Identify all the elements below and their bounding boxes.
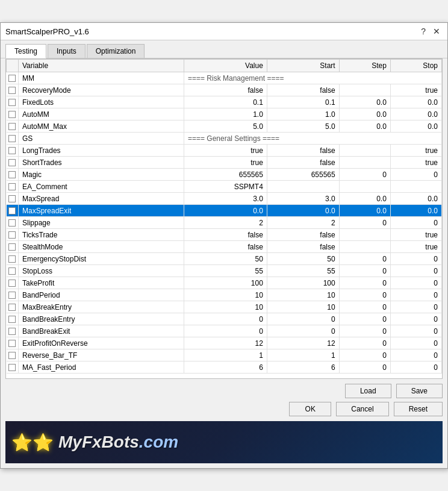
table-row[interactable]: BandPeriod101000 (7, 289, 442, 301)
table-row[interactable]: AutoMM1.01.00.00.0 (7, 108, 442, 120)
row-stop[interactable]: 0 (390, 313, 441, 325)
table-row[interactable]: LongTradestruefalsetrue (7, 145, 442, 157)
row-checkbox-cell[interactable] (7, 313, 19, 325)
checkbox-icon[interactable] (8, 255, 16, 263)
row-value[interactable]: 1.0 (184, 108, 267, 120)
checkbox-icon[interactable] (8, 231, 16, 239)
row-stop[interactable]: true (390, 84, 441, 96)
table-row[interactable]: TicksTradefalsefalsetrue (7, 229, 442, 241)
row-step[interactable] (339, 84, 390, 96)
checkbox-icon[interactable] (8, 280, 16, 287)
row-checkbox-cell[interactable] (7, 169, 19, 181)
checkbox-icon[interactable] (8, 267, 16, 275)
table-row[interactable]: FixedLots0.10.10.00.0 (7, 96, 442, 108)
table-row[interactable]: StopLoss555500 (7, 265, 442, 277)
row-value[interactable]: 0 (184, 313, 267, 325)
row-start[interactable] (267, 181, 339, 193)
row-value[interactable]: 10 (184, 289, 267, 301)
row-checkbox-cell[interactable] (7, 108, 19, 120)
row-value[interactable]: 0.0 (184, 205, 267, 217)
checkbox-icon[interactable] (8, 171, 16, 178)
row-checkbox-cell[interactable] (7, 181, 19, 193)
row-start[interactable]: 0 (267, 313, 339, 325)
row-start[interactable]: 10 (267, 301, 339, 313)
row-step[interactable]: 0.0 (339, 120, 390, 133)
row-stop[interactable]: 0 (390, 325, 441, 337)
row-checkbox-cell[interactable] (7, 120, 19, 133)
row-value[interactable]: 6 (184, 361, 267, 374)
table-row[interactable]: Slippage2200 (7, 217, 442, 229)
checkbox-icon[interactable] (8, 304, 16, 311)
checkbox-icon[interactable] (8, 292, 16, 299)
row-value[interactable]: 5.0 (184, 120, 267, 133)
row-step[interactable]: 0 (339, 289, 390, 301)
checkbox-icon[interactable] (8, 352, 16, 359)
row-checkbox-cell[interactable] (7, 337, 19, 349)
row-stop[interactable]: 0 (390, 217, 441, 229)
row-checkbox-cell[interactable] (7, 145, 19, 157)
row-start[interactable]: 12 (267, 337, 339, 349)
checkbox-icon[interactable] (8, 159, 16, 166)
row-step[interactable]: 0 (339, 169, 390, 181)
table-row[interactable]: MaxSpreadExit0.00.00.00.0 (7, 205, 442, 217)
row-step[interactable] (339, 181, 390, 193)
checkbox-icon[interactable] (8, 87, 16, 94)
row-value[interactable]: 1 (184, 349, 267, 361)
row-stop[interactable]: 0 (390, 361, 441, 374)
checkbox-icon[interactable] (8, 111, 16, 118)
row-start[interactable]: 2 (267, 217, 339, 229)
table-row[interactable]: ExitProfitOnReverse121200 (7, 337, 442, 349)
row-stop[interactable]: 0 (390, 253, 441, 265)
row-value[interactable]: 2 (184, 217, 267, 229)
row-start[interactable]: false (267, 84, 339, 96)
row-value[interactable]: 0 (184, 325, 267, 337)
row-stop[interactable]: 0.0 (390, 193, 441, 205)
table-row[interactable]: Reverse_Bar_TF1100 (7, 349, 442, 361)
reset-button[interactable]: Reset (394, 402, 443, 416)
row-start[interactable]: false (267, 157, 339, 169)
row-checkbox-cell[interactable] (7, 265, 19, 277)
row-step[interactable]: 0.0 (339, 205, 390, 217)
row-checkbox-cell[interactable] (7, 241, 19, 253)
table-row[interactable]: StealthModefalsefalsetrue (7, 241, 442, 253)
row-stop[interactable]: true (390, 241, 441, 253)
row-value[interactable]: ==== General Settings ==== (184, 133, 441, 145)
row-step[interactable]: 0 (339, 277, 390, 289)
row-checkbox-cell[interactable] (7, 133, 19, 145)
row-stop[interactable]: 0.0 (390, 120, 441, 133)
row-step[interactable]: 0 (339, 325, 390, 337)
row-start[interactable]: false (267, 241, 339, 253)
row-value[interactable]: ==== Risk Management ==== (184, 72, 441, 84)
row-checkbox-cell[interactable] (7, 325, 19, 337)
tab-optimization[interactable]: Optimization (87, 44, 145, 58)
row-checkbox-cell[interactable] (7, 229, 19, 241)
table-row[interactable]: EA_CommentSSPMT4 (7, 181, 442, 193)
row-stop[interactable]: true (390, 229, 441, 241)
row-start[interactable]: 100 (267, 277, 339, 289)
tab-inputs[interactable]: Inputs (48, 44, 86, 58)
row-checkbox-cell[interactable] (7, 253, 19, 265)
row-value[interactable]: 55 (184, 265, 267, 277)
table-row[interactable]: GS==== General Settings ==== (7, 133, 442, 145)
row-stop[interactable]: 0 (390, 301, 441, 313)
row-step[interactable]: 0.0 (339, 108, 390, 120)
checkbox-icon[interactable] (8, 316, 16, 323)
checkbox-icon[interactable] (8, 123, 16, 130)
row-value[interactable]: false (184, 241, 267, 253)
table-row[interactable]: MA_Fast_Period6600 (7, 361, 442, 374)
row-start[interactable]: 50 (267, 253, 339, 265)
load-button[interactable]: Load (345, 384, 391, 398)
row-stop[interactable]: 0 (390, 337, 441, 349)
row-step[interactable]: 0.0 (339, 96, 390, 108)
row-stop[interactable]: 0 (390, 349, 441, 361)
checkbox-icon[interactable] (8, 243, 16, 251)
row-value[interactable]: 50 (184, 253, 267, 265)
row-stop[interactable]: 0.0 (390, 96, 441, 108)
save-button[interactable]: Save (396, 384, 443, 398)
row-value[interactable]: true (184, 157, 267, 169)
row-stop[interactable]: true (390, 157, 441, 169)
row-checkbox-cell[interactable] (7, 277, 19, 289)
cancel-button[interactable]: Cancel (336, 402, 388, 416)
close-button[interactable]: ✕ (431, 27, 443, 36)
checkbox-icon[interactable] (8, 328, 16, 335)
